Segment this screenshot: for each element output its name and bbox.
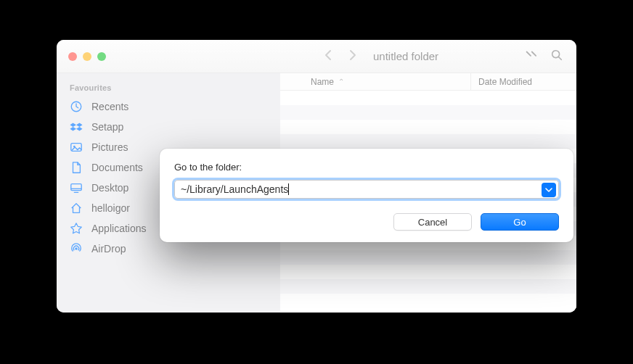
text-cursor xyxy=(288,183,289,195)
column-label: Name xyxy=(311,77,334,87)
table-row xyxy=(280,294,576,308)
table-row xyxy=(280,134,576,149)
nav-arrows xyxy=(324,49,357,63)
document-icon xyxy=(70,161,83,174)
history-dropdown-button[interactable] xyxy=(542,183,556,197)
sidebar-item-label: Setapp xyxy=(91,121,123,133)
desktop-icon xyxy=(70,181,83,194)
dropbox-icon xyxy=(70,120,83,133)
sidebar-item-label: AirDrop xyxy=(91,243,126,255)
titlebar: untitled folder xyxy=(57,40,576,73)
sidebar-item-label: Pictures xyxy=(91,141,128,153)
folder-path-input[interactable]: ~/Library/LaunchAgents xyxy=(174,180,559,199)
svg-line-1 xyxy=(559,57,562,60)
go-to-folder-dialog: Go to the folder: ~/Library/LaunchAgents… xyxy=(160,149,573,242)
sidebar-item-label: helloigor xyxy=(91,202,130,214)
clock-icon xyxy=(70,100,83,113)
path-input-value: ~/Library/LaunchAgents xyxy=(181,183,288,195)
home-icon xyxy=(70,202,83,215)
zoom-window-button[interactable] xyxy=(97,52,106,61)
sidebar-section-header: Favourites xyxy=(57,80,280,96)
sidebar-item-setapp[interactable]: Setapp xyxy=(57,117,280,137)
column-headers: Name ⌃ Date Modified xyxy=(280,73,576,91)
more-toolbar-button[interactable] xyxy=(524,49,537,64)
sidebar-item-label: Applications xyxy=(91,223,147,234)
airdrop-icon xyxy=(70,242,83,255)
sidebar-item-label: Documents xyxy=(91,162,143,173)
applications-icon xyxy=(70,222,83,235)
chevron-down-icon xyxy=(545,186,552,194)
svg-point-8 xyxy=(75,247,78,250)
dialog-label: Go to the folder: xyxy=(174,162,559,173)
search-button[interactable] xyxy=(550,49,563,64)
table-row xyxy=(280,279,576,294)
svg-point-0 xyxy=(552,51,560,58)
sort-indicator-icon: ⌃ xyxy=(338,78,344,86)
cancel-button[interactable]: Cancel xyxy=(393,213,472,231)
table-row xyxy=(280,120,576,134)
window-controls xyxy=(57,52,106,61)
forward-button[interactable] xyxy=(348,49,357,63)
sidebar-item-label: Recents xyxy=(91,101,128,112)
go-button[interactable]: Go xyxy=(481,213,559,231)
sidebar-item-label: Desktop xyxy=(91,182,128,194)
column-header-date[interactable]: Date Modified xyxy=(470,73,532,90)
svg-rect-5 xyxy=(71,184,81,191)
table-row xyxy=(280,250,576,265)
dialog-buttons: Cancel Go xyxy=(174,213,559,231)
table-row xyxy=(280,105,576,120)
back-button[interactable] xyxy=(324,49,332,63)
column-label: Date Modified xyxy=(478,77,532,87)
table-row xyxy=(280,265,576,279)
sidebar-item-recents[interactable]: Recents xyxy=(57,96,280,117)
button-label: Cancel xyxy=(418,217,447,228)
pictures-icon xyxy=(70,141,83,154)
button-label: Go xyxy=(513,217,526,228)
column-header-name[interactable]: Name ⌃ xyxy=(311,77,470,87)
table-row xyxy=(280,91,576,105)
minimize-window-button[interactable] xyxy=(83,52,91,61)
window-title: untitled folder xyxy=(373,50,438,62)
close-window-button[interactable] xyxy=(68,52,77,61)
